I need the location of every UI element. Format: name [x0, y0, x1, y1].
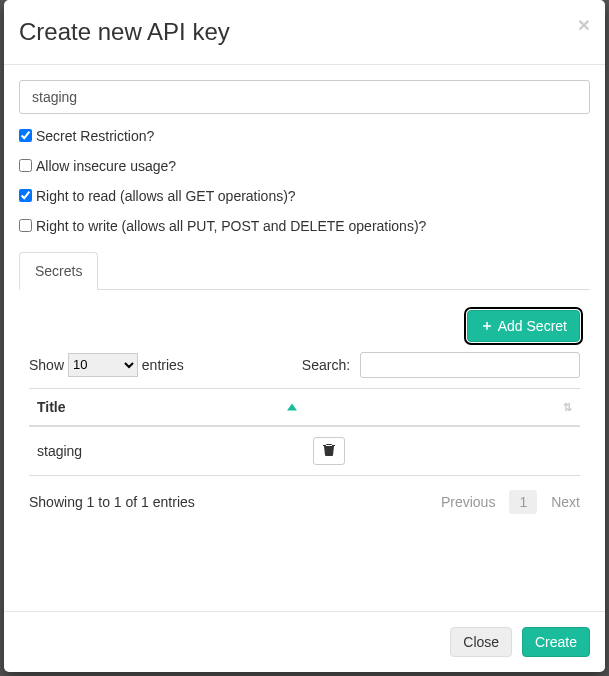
right-write-row: Right to write (allows all PUT, POST and… — [19, 218, 590, 234]
pagination: Previous 1 Next — [441, 490, 580, 514]
close-button[interactable]: Close — [450, 627, 512, 657]
pager-previous[interactable]: Previous — [441, 494, 495, 510]
create-button[interactable]: Create — [522, 627, 590, 657]
pager-current[interactable]: 1 — [509, 490, 537, 514]
right-write-checkbox[interactable] — [19, 219, 32, 232]
allow-insecure-row: Allow insecure usage? — [19, 158, 590, 174]
modal-title: Create new API key — [19, 15, 590, 49]
modal-body: Secret Restriction? Allow insecure usage… — [4, 65, 605, 611]
allow-insecure-checkbox[interactable] — [19, 159, 32, 172]
allow-insecure-label: Allow insecure usage? — [36, 158, 176, 174]
entries-label: entries — [142, 356, 184, 372]
search-input[interactable] — [360, 352, 580, 378]
secrets-pane: ＋ Add Secret Show 102550100 entries Sear… — [19, 290, 590, 524]
right-read-row: Right to read (allows all GET operations… — [19, 188, 590, 204]
column-actions[interactable] — [305, 388, 581, 426]
secret-title-cell: staging — [29, 426, 305, 476]
add-secret-button[interactable]: ＋ Add Secret — [467, 310, 580, 342]
delete-secret-button[interactable] — [313, 437, 345, 465]
page-length-select[interactable]: 102550100 — [68, 353, 138, 377]
table-row: staging — [29, 426, 580, 476]
show-label: Show — [29, 356, 64, 372]
secret-restriction-checkbox[interactable] — [19, 129, 32, 142]
right-read-checkbox[interactable] — [19, 189, 32, 202]
datatable-controls: Show 102550100 entries Search: — [29, 352, 580, 378]
table-info: Showing 1 to 1 of 1 entries — [29, 494, 195, 510]
modal-dialog: Create new API key × Secret Restriction?… — [4, 0, 605, 672]
modal-header: Create new API key × — [4, 0, 605, 65]
column-title[interactable]: Title — [29, 388, 305, 426]
right-read-label: Right to read (allows all GET operations… — [36, 188, 296, 204]
pager-next[interactable]: Next — [551, 494, 580, 510]
search-control: Search: — [302, 352, 580, 378]
search-label: Search: — [302, 356, 350, 372]
tabs: Secrets — [19, 252, 590, 290]
secret-restriction-label: Secret Restriction? — [36, 128, 154, 144]
secrets-table: Title staging — [29, 388, 580, 476]
right-write-label: Right to write (allows all PUT, POST and… — [36, 218, 426, 234]
add-secret-label: Add Secret — [498, 318, 567, 334]
trash-icon — [323, 443, 335, 459]
tab-secrets[interactable]: Secrets — [19, 252, 98, 290]
datatable-footer: Showing 1 to 1 of 1 entries Previous 1 N… — [29, 490, 580, 514]
close-icon[interactable]: × — [578, 14, 590, 35]
modal-footer: Close Create — [4, 611, 605, 672]
length-control: Show 102550100 entries — [29, 353, 184, 377]
plus-icon: ＋ — [480, 317, 494, 335]
api-key-name-input[interactable] — [19, 80, 590, 114]
secret-restriction-row: Secret Restriction? — [19, 128, 590, 144]
